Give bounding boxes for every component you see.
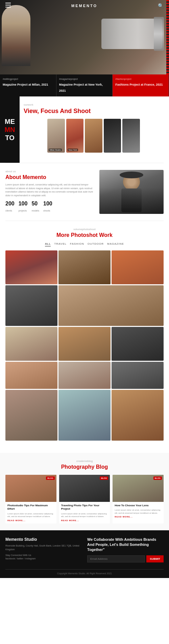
side-letter-me: ME <box>5 118 15 125</box>
portfolio-thumb-2[interactable]: New York <box>66 119 84 153</box>
vfs-title-red: Focus And Shoot <box>41 108 91 114</box>
grid-cell-9[interactable] <box>5 362 57 389</box>
about-title-red: Memento <box>23 174 46 180</box>
vfs-section: ourwork View, Focus And Shoot Milan Stud… <box>0 96 169 163</box>
filter-tab-travel[interactable]: TRAVEL <box>54 242 67 246</box>
footer-right: We Collaborate With Ambitious Brands And… <box>87 537 164 562</box>
blog-badge-1: BLOG <box>46 476 54 480</box>
footer-copyright: Copyright Memento Studio. All Right Rese… <box>57 572 112 575</box>
grid-cell-4[interactable] <box>5 285 57 326</box>
about-title: About Memento <box>5 174 95 180</box>
portfolio-thumb-5[interactable] <box>122 119 140 153</box>
site-header: MEMENTO 🔍 <box>0 0 169 12</box>
more-title: More Photoshot Work <box>5 232 164 238</box>
blog-badge-2: BLOG <box>100 476 108 480</box>
blog-read-more-1[interactable]: READ MORE... <box>7 519 54 521</box>
more-title-plain: More <box>56 232 71 238</box>
grid-cell-12[interactable] <box>5 390 57 441</box>
side-letters-panel: ME MN TO <box>0 96 20 163</box>
side-letter-mn: MN <box>4 126 15 133</box>
about-tag: about us <box>5 170 95 173</box>
stat-models-num: 50 <box>31 201 39 207</box>
stat-projects: 100 projects <box>19 201 28 213</box>
footer-tagline-text: We Collaborate With Ambitious Brands And… <box>87 537 156 552</box>
stat-clients-num: 200 <box>5 201 15 207</box>
blog-image-1: BLOG <box>5 475 56 502</box>
menu-icon[interactable] <box>5 3 11 9</box>
about-image <box>99 170 164 214</box>
portfolio-strip: Milan Studio New York <box>24 119 164 153</box>
stat-models: 50 models <box>31 201 39 213</box>
vfs-wrapper: ME MN TO ourwork View, Focus And Shoot M… <box>0 96 169 163</box>
grid-cell-10[interactable] <box>58 362 111 389</box>
blog-read-more-3[interactable]: READ MORE... <box>115 516 162 518</box>
filter-tab-all[interactable]: ALL <box>45 242 51 246</box>
project-item-france[interactable]: #fashionproject Fashions Project at Fran… <box>113 74 169 96</box>
blog-card-text-3: Lorem ipsum dolor sit amet, consectetur … <box>115 509 162 514</box>
portfolio-thumb-3[interactable] <box>85 119 102 153</box>
blog-card-title-1: Photostudio Tips For Maximum Effort <box>7 504 54 511</box>
vfs-tag: ourwork <box>24 103 164 106</box>
side-letter-to: TO <box>5 134 14 141</box>
stat-shoots-label: shoots <box>43 209 50 212</box>
filter-tab-outdoor[interactable]: OUTDOOR <box>88 242 104 246</box>
blog-card-3[interactable]: BLOG How To Choose Your Lens Lorem ipsum… <box>113 475 164 524</box>
portfolio-thumb-1[interactable]: Milan Studio <box>47 119 65 153</box>
grid-cell-13[interactable] <box>58 390 111 441</box>
grid-cell-3[interactable] <box>112 250 164 284</box>
stat-clients: 200 clients <box>5 201 15 213</box>
footer-tagline: We Collaborate With Ambitious Brands And… <box>87 537 164 553</box>
header-logo: MEMENTO <box>71 4 97 8</box>
newsletter-input[interactable] <box>87 555 145 562</box>
footer-left: Memento Studio Riverside Building, Count… <box>5 537 82 562</box>
more-title-red: Photoshot Work <box>71 232 113 238</box>
about-left: about us About Memento Lorem ipsum dolor… <box>5 170 95 214</box>
thumb-label-2: New York <box>68 149 78 151</box>
grid-cell-2[interactable] <box>58 250 111 284</box>
stat-projects-label: projects <box>19 209 27 212</box>
blog-content-3: How To Choose Your Lens Lorem ipsum dolo… <box>113 502 164 520</box>
about-section: about us About Memento Lorem ipsum dolor… <box>0 163 169 221</box>
grid-cell-8[interactable] <box>112 327 164 361</box>
blog-content-1: Photostudio Tips For Maximum Effort Lore… <box>5 502 56 524</box>
blog-card-1[interactable]: BLOG Photostudio Tips For Maximum Effort… <box>5 475 56 524</box>
more-section: volumephotoshoot More Photoshot Work ALL… <box>0 221 169 447</box>
svg-rect-0 <box>5 3 11 3</box>
blog-image-3: BLOG <box>113 475 164 502</box>
footer-social-links[interactable]: facebook / twitter / instagram <box>5 557 82 560</box>
grid-cell-7[interactable] <box>58 327 111 361</box>
filter-tabs: ALL TRAVEL FASHION OUTDOOR MAGAZINE <box>5 242 164 246</box>
about-stats: 200 clients 100 projects 50 models 100 s… <box>5 201 95 213</box>
footer-newsletter: SUBMIT <box>87 555 164 562</box>
blog-read-more-2[interactable]: READ MORE... <box>61 519 108 521</box>
footer: Memento Studio Riverside Building, Count… <box>0 530 169 578</box>
grid-cell-1[interactable] <box>5 250 57 284</box>
blog-card-2[interactable]: BLOG Traveling Photo Tips For Your Proje… <box>59 475 110 524</box>
project-tag-newyork: #magazineproject <box>59 78 110 80</box>
project-item-milan[interactable]: #editingproject Magazine Project at Mila… <box>0 74 56 96</box>
project-title-france: Fashions Project at France, 2021 <box>115 83 163 86</box>
blog-grid: BLOG Photostudio Tips For Maximum Effort… <box>5 475 164 524</box>
grid-cell-14[interactable] <box>112 390 164 441</box>
blog-tag: createmeblog <box>5 460 164 463</box>
grid-cell-6[interactable] <box>5 327 57 361</box>
filter-tab-magazine[interactable]: MAGAZINE <box>107 242 124 246</box>
grid-cell-11[interactable] <box>112 362 164 389</box>
thumb-label-1: Milan Studio <box>49 149 62 151</box>
portfolio-thumb-4[interactable] <box>104 119 121 153</box>
project-item-newyork[interactable]: #magazineproject Magazine Project at New… <box>56 74 113 96</box>
footer-address: Riverside Building, County Hall, South B… <box>5 544 82 551</box>
stat-clients-label: clients <box>5 209 12 212</box>
search-icon[interactable]: 🔍 <box>158 3 164 8</box>
svg-rect-1 <box>5 5 11 5</box>
grid-cell-5[interactable] <box>58 285 164 326</box>
project-title-milan: Magazine Project at Milan, 2021 <box>3 83 48 86</box>
blog-title-plain: Photography <box>61 464 96 470</box>
project-tag-milan: #editingproject <box>3 78 53 80</box>
blog-title-red: Blog <box>96 464 108 470</box>
svg-rect-2 <box>5 7 11 7</box>
filter-tab-fashion[interactable]: FASHION <box>70 242 84 246</box>
newsletter-submit-button[interactable]: SUBMIT <box>146 555 164 562</box>
blog-section: createmeblog Photography Blog BLOG Photo… <box>0 453 169 530</box>
stat-models-label: models <box>31 209 39 212</box>
